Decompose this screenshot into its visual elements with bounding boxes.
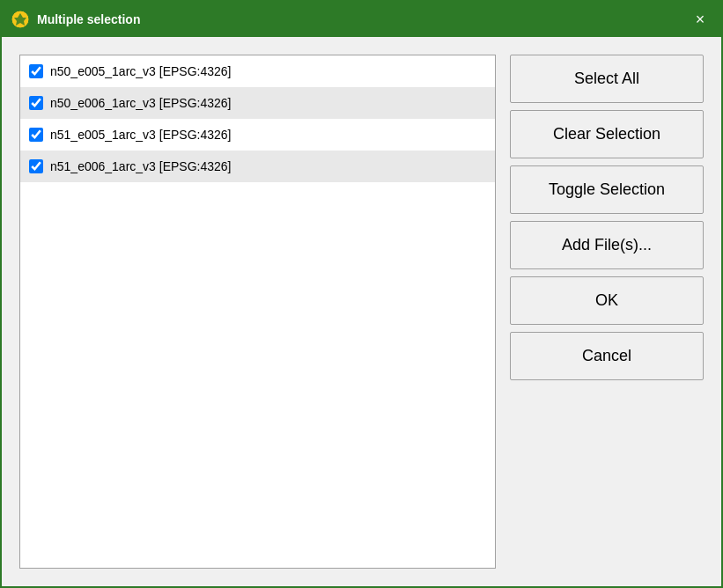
clear-selection-button[interactable]: Clear Selection: [510, 110, 704, 158]
list-item[interactable]: n51_e006_1arc_v3 [EPSG:4326]: [20, 151, 495, 182]
dialog-content: n50_e005_1arc_v3 [EPSG:4326]n50_e006_1ar…: [2, 37, 721, 586]
title-bar-left: Multiple selection: [11, 10, 140, 29]
list-item-checkbox[interactable]: [29, 128, 43, 142]
close-button[interactable]: ×: [688, 7, 712, 32]
file-list[interactable]: n50_e005_1arc_v3 [EPSG:4326]n50_e006_1ar…: [19, 55, 496, 569]
list-item-checkbox[interactable]: [29, 96, 43, 110]
ok-button[interactable]: OK: [510, 276, 704, 325]
multiple-selection-dialog: Multiple selection × n50_e005_1arc_v3 [E…: [0, 0, 723, 588]
select-all-button[interactable]: Select All: [510, 55, 704, 103]
toggle-selection-button[interactable]: Toggle Selection: [510, 165, 704, 214]
app-icon: [11, 10, 30, 29]
action-buttons-panel: Select All Clear Selection Toggle Select…: [510, 55, 704, 569]
list-item-checkbox[interactable]: [29, 64, 43, 78]
title-bar: Multiple selection ×: [2, 2, 721, 37]
list-item[interactable]: n50_e006_1arc_v3 [EPSG:4326]: [20, 87, 495, 119]
list-item[interactable]: n51_e005_1arc_v3 [EPSG:4326]: [20, 119, 495, 151]
list-item-label: n51_e006_1arc_v3 [EPSG:4326]: [50, 159, 232, 173]
cancel-button[interactable]: Cancel: [510, 332, 704, 380]
list-item-label: n50_e006_1arc_v3 [EPSG:4326]: [50, 96, 232, 110]
list-item-label: n50_e005_1arc_v3 [EPSG:4326]: [50, 64, 232, 78]
list-item-checkbox[interactable]: [29, 159, 43, 173]
list-item[interactable]: n50_e005_1arc_v3 [EPSG:4326]: [20, 55, 495, 87]
add-files-button[interactable]: Add File(s)...: [510, 221, 704, 269]
list-item-label: n51_e005_1arc_v3 [EPSG:4326]: [50, 128, 232, 142]
window-title: Multiple selection: [37, 12, 140, 26]
